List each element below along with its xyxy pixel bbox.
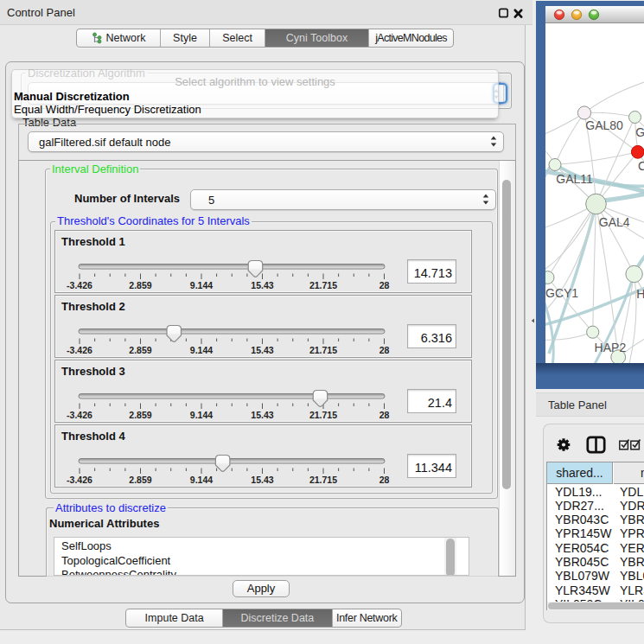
- svg-text:9.144: 9.144: [190, 475, 213, 485]
- svg-text:21.715: 21.715: [309, 345, 337, 355]
- svg-text:GA: GA: [635, 125, 644, 139]
- svg-text:21.715: 21.715: [309, 280, 337, 290]
- svg-text:-3.426: -3.426: [67, 410, 92, 420]
- svg-text:2.859: 2.859: [129, 280, 151, 290]
- svg-text:21.715: 21.715: [309, 410, 337, 420]
- svg-text:28: 28: [379, 410, 390, 420]
- svg-text:-3.426: -3.426: [67, 345, 92, 355]
- svg-text:28: 28: [379, 345, 390, 355]
- svg-text:15.43: 15.43: [251, 280, 273, 290]
- svg-text:GAL4: GAL4: [599, 215, 630, 229]
- svg-text:28: 28: [379, 475, 390, 485]
- svg-text:21.715: 21.715: [309, 475, 337, 485]
- svg-text:-3.426: -3.426: [67, 475, 92, 485]
- svg-text:28: 28: [379, 280, 390, 290]
- svg-text:2.859: 2.859: [129, 345, 151, 355]
- svg-text:GCY1: GCY1: [545, 286, 578, 300]
- svg-text:15.43: 15.43: [251, 410, 273, 420]
- svg-text:HAP2: HAP2: [595, 341, 627, 354]
- svg-text:2.859: 2.859: [129, 410, 151, 420]
- svg-text:9.144: 9.144: [190, 410, 213, 420]
- svg-text:GAL11: GAL11: [556, 172, 593, 186]
- svg-text:-3.426: -3.426: [67, 280, 92, 290]
- svg-text:C: C: [638, 159, 644, 173]
- svg-text:GAL80: GAL80: [585, 118, 623, 132]
- svg-text:9.144: 9.144: [190, 280, 213, 290]
- svg-text:9.144: 9.144: [190, 345, 213, 355]
- svg-text:H: H: [636, 287, 644, 301]
- svg-text:2.859: 2.859: [129, 475, 151, 485]
- svg-text:15.43: 15.43: [251, 345, 273, 355]
- svg-text:15.43: 15.43: [251, 475, 273, 485]
